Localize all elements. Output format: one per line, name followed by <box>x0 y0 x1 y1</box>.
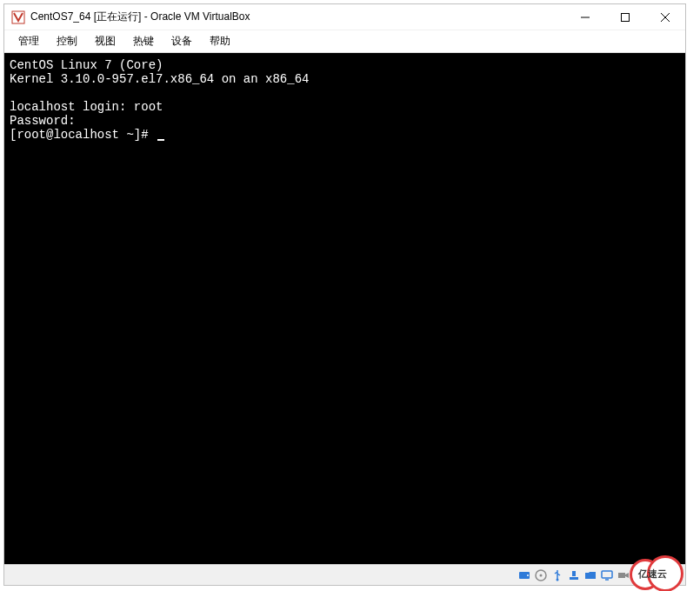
svg-point-9 <box>557 578 559 581</box>
audio-icon[interactable] <box>633 568 647 582</box>
svg-rect-11 <box>572 571 576 576</box>
statusbar <box>4 564 685 585</box>
host-key-icon[interactable] <box>666 568 680 582</box>
minimize-button[interactable] <box>565 4 605 30</box>
console-line: Password: <box>10 114 76 128</box>
menu-view[interactable]: 视图 <box>86 30 124 52</box>
mouse-integration-icon[interactable] <box>650 568 663 582</box>
shared-folder-icon[interactable] <box>583 568 597 582</box>
menubar: 管理 控制 视图 热键 设备 帮助 <box>4 30 685 53</box>
svg-rect-10 <box>570 577 578 580</box>
hdd-icon[interactable] <box>517 568 531 582</box>
close-button[interactable] <box>645 4 685 30</box>
virtualbox-window: CentOS7_64 [正在运行] - Oracle VM VirtualBox… <box>3 3 686 586</box>
window-controls <box>565 4 685 30</box>
virtualbox-icon <box>11 10 25 24</box>
console-line: localhost login: root <box>10 100 163 114</box>
menu-hotkey[interactable]: 热键 <box>124 30 163 52</box>
menu-manage[interactable]: 管理 <box>10 30 48 52</box>
menu-control[interactable]: 控制 <box>48 30 86 52</box>
svg-rect-2 <box>622 14 630 22</box>
console-line: Kernel 3.10.0-957.el7.x86_64 on an x86_6… <box>10 72 309 86</box>
console-output[interactable]: CentOS Linux 7 (Core) Kernel 3.10.0-957.… <box>4 53 685 564</box>
usb-icon[interactable] <box>550 568 564 582</box>
svg-point-8 <box>540 574 543 576</box>
svg-rect-16 <box>637 573 643 578</box>
cd-icon[interactable] <box>534 568 548 582</box>
network-icon[interactable] <box>567 568 581 582</box>
titlebar: CentOS7_64 [正在运行] - Oracle VM VirtualBox <box>4 4 685 30</box>
svg-rect-12 <box>602 571 612 578</box>
maximize-button[interactable] <box>605 4 645 30</box>
window-title: CentOS7_64 [正在运行] - Oracle VM VirtualBox <box>30 10 565 24</box>
recording-icon[interactable] <box>617 568 630 582</box>
menu-help[interactable]: 帮助 <box>201 30 239 52</box>
cursor-icon <box>157 139 164 141</box>
console-line: CentOS Linux 7 (Core) <box>10 58 163 72</box>
svg-rect-14 <box>618 573 625 578</box>
svg-point-6 <box>527 574 529 576</box>
menu-devices[interactable]: 设备 <box>163 30 201 52</box>
console-prompt: [root@localhost ~]# <box>10 128 156 142</box>
display-icon[interactable] <box>600 568 614 582</box>
